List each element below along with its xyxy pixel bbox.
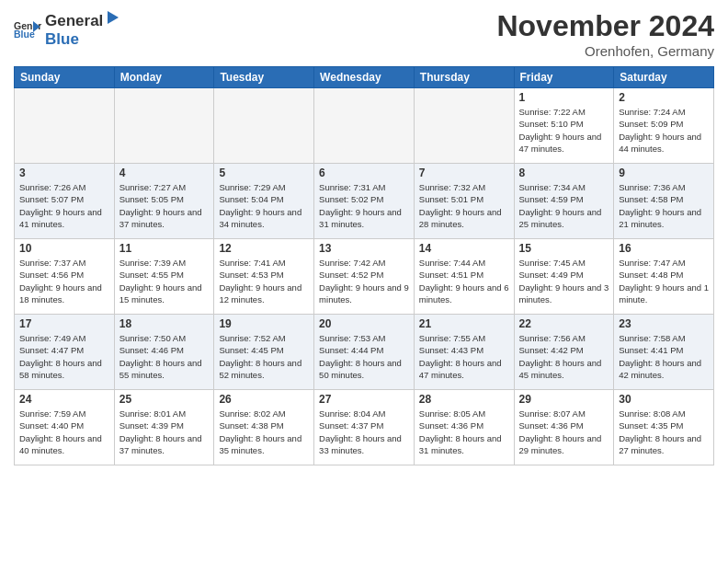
day-number: 16 (619, 242, 709, 255)
day-number: 18 (119, 317, 210, 330)
svg-text:Blue: Blue (14, 29, 35, 40)
day-info: Sunrise: 7:59 AM Sunset: 4:40 PM Dayligh… (19, 408, 109, 456)
calendar-table: Sunday Monday Tuesday Wednesday Thursday… (14, 66, 714, 465)
table-cell: 22Sunrise: 7:56 AM Sunset: 4:42 PM Dayli… (514, 315, 614, 390)
day-number: 4 (119, 167, 210, 179)
day-info: Sunrise: 7:49 AM Sunset: 4:47 PM Dayligh… (19, 332, 109, 381)
week-row-3: 10Sunrise: 7:37 AM Sunset: 4:56 PM Dayli… (15, 239, 714, 315)
day-info: Sunrise: 8:04 AM Sunset: 4:37 PM Dayligh… (319, 408, 409, 456)
day-info: Sunrise: 8:05 AM Sunset: 4:36 PM Dayligh… (419, 408, 509, 456)
day-number: 23 (619, 317, 709, 330)
day-info: Sunrise: 7:41 AM Sunset: 4:53 PM Dayligh… (219, 257, 309, 305)
day-number: 27 (319, 393, 409, 406)
logo-blue: Blue (45, 30, 79, 48)
day-number: 17 (19, 317, 109, 330)
table-cell: 23Sunrise: 7:58 AM Sunset: 4:41 PM Dayli… (614, 315, 714, 390)
table-cell: 10Sunrise: 7:37 AM Sunset: 4:56 PM Dayli… (15, 239, 115, 315)
day-info: Sunrise: 7:42 AM Sunset: 4:52 PM Dayligh… (319, 257, 409, 305)
table-cell: 9Sunrise: 7:36 AM Sunset: 4:58 PM Daylig… (614, 164, 714, 239)
table-cell: 30Sunrise: 8:08 AM Sunset: 4:35 PM Dayli… (614, 390, 714, 465)
table-cell: 4Sunrise: 7:27 AM Sunset: 5:05 PM Daylig… (114, 164, 214, 239)
day-info: Sunrise: 7:45 AM Sunset: 4:49 PM Dayligh… (519, 257, 609, 305)
table-cell: 17Sunrise: 7:49 AM Sunset: 4:47 PM Dayli… (15, 315, 115, 390)
table-cell (214, 88, 314, 164)
day-info: Sunrise: 8:07 AM Sunset: 4:36 PM Dayligh… (519, 408, 609, 456)
day-info: Sunrise: 7:37 AM Sunset: 4:56 PM Dayligh… (19, 257, 109, 305)
header-monday: Monday (114, 67, 214, 88)
table-cell: 29Sunrise: 8:07 AM Sunset: 4:36 PM Dayli… (514, 390, 614, 465)
table-cell: 26Sunrise: 8:02 AM Sunset: 4:38 PM Dayli… (214, 390, 314, 465)
day-number: 1 (519, 91, 609, 104)
header: General Blue General Blue November 2024 … (14, 9, 714, 59)
day-info: Sunrise: 7:27 AM Sunset: 5:05 PM Dayligh… (119, 181, 210, 230)
table-cell: 12Sunrise: 7:41 AM Sunset: 4:53 PM Dayli… (214, 239, 314, 315)
day-number: 21 (419, 317, 509, 330)
table-cell: 16Sunrise: 7:47 AM Sunset: 4:48 PM Dayli… (614, 239, 714, 315)
day-number: 14 (419, 242, 509, 255)
day-number: 7 (419, 167, 509, 179)
table-cell: 13Sunrise: 7:42 AM Sunset: 4:52 PM Dayli… (314, 239, 415, 315)
day-info: Sunrise: 7:39 AM Sunset: 4:55 PM Dayligh… (119, 257, 210, 305)
weekday-header-row: Sunday Monday Tuesday Wednesday Thursday… (15, 67, 714, 88)
table-cell: 11Sunrise: 7:39 AM Sunset: 4:55 PM Dayli… (114, 239, 214, 315)
week-row-1: 1Sunrise: 7:22 AM Sunset: 5:10 PM Daylig… (15, 88, 714, 164)
day-info: Sunrise: 8:08 AM Sunset: 4:35 PM Dayligh… (619, 408, 709, 456)
table-cell: 27Sunrise: 8:04 AM Sunset: 4:37 PM Dayli… (314, 390, 415, 465)
table-cell: 20Sunrise: 7:53 AM Sunset: 4:44 PM Dayli… (314, 315, 415, 390)
table-cell (314, 88, 415, 164)
header-wednesday: Wednesday (314, 67, 415, 88)
table-cell: 18Sunrise: 7:50 AM Sunset: 4:46 PM Dayli… (114, 315, 214, 390)
day-info: Sunrise: 7:47 AM Sunset: 4:48 PM Dayligh… (619, 257, 709, 305)
week-row-5: 24Sunrise: 7:59 AM Sunset: 4:40 PM Dayli… (15, 390, 714, 465)
day-number: 25 (119, 393, 210, 406)
table-cell: 3Sunrise: 7:26 AM Sunset: 5:07 PM Daylig… (15, 164, 115, 239)
day-number: 11 (119, 242, 210, 255)
header-saturday: Saturday (614, 67, 714, 88)
day-number: 9 (619, 167, 709, 179)
day-number: 10 (19, 242, 109, 255)
day-info: Sunrise: 7:34 AM Sunset: 4:59 PM Dayligh… (519, 181, 609, 230)
day-info: Sunrise: 7:29 AM Sunset: 5:04 PM Dayligh… (219, 181, 309, 230)
logo-icon: General Blue (14, 18, 41, 40)
day-number: 15 (519, 242, 609, 255)
day-info: Sunrise: 7:32 AM Sunset: 5:01 PM Dayligh… (419, 181, 509, 230)
day-number: 19 (219, 317, 309, 330)
day-info: Sunrise: 7:36 AM Sunset: 4:58 PM Dayligh… (619, 181, 709, 230)
logo: General Blue General Blue (14, 9, 121, 49)
day-number: 12 (219, 242, 309, 255)
header-tuesday: Tuesday (214, 67, 314, 88)
table-cell: 21Sunrise: 7:55 AM Sunset: 4:43 PM Dayli… (414, 315, 514, 390)
location: Orenhofen, Germany (496, 43, 714, 59)
day-number: 3 (19, 167, 109, 179)
day-number: 6 (319, 167, 409, 179)
table-cell: 8Sunrise: 7:34 AM Sunset: 4:59 PM Daylig… (514, 164, 614, 239)
header-sunday: Sunday (15, 67, 115, 88)
day-info: Sunrise: 8:01 AM Sunset: 4:39 PM Dayligh… (119, 408, 210, 456)
day-number: 26 (219, 393, 309, 406)
table-cell (114, 88, 214, 164)
table-cell: 1Sunrise: 7:22 AM Sunset: 5:10 PM Daylig… (514, 88, 614, 164)
day-number: 30 (619, 393, 709, 406)
header-thursday: Thursday (414, 67, 514, 88)
day-number: 28 (419, 393, 509, 406)
day-info: Sunrise: 7:56 AM Sunset: 4:42 PM Dayligh… (519, 332, 609, 381)
title-block: November 2024 Orenhofen, Germany (496, 9, 714, 59)
day-number: 20 (319, 317, 409, 330)
day-number: 24 (19, 393, 109, 406)
table-cell: 7Sunrise: 7:32 AM Sunset: 5:01 PM Daylig… (414, 164, 514, 239)
logo-triangle-icon (104, 9, 120, 26)
table-cell: 19Sunrise: 7:52 AM Sunset: 4:45 PM Dayli… (214, 315, 314, 390)
table-cell: 15Sunrise: 7:45 AM Sunset: 4:49 PM Dayli… (514, 239, 614, 315)
day-info: Sunrise: 7:58 AM Sunset: 4:41 PM Dayligh… (619, 332, 709, 381)
day-info: Sunrise: 7:22 AM Sunset: 5:10 PM Dayligh… (519, 106, 609, 155)
table-cell (414, 88, 514, 164)
day-number: 5 (219, 167, 309, 179)
day-info: Sunrise: 7:53 AM Sunset: 4:44 PM Dayligh… (319, 332, 409, 381)
day-info: Sunrise: 7:44 AM Sunset: 4:51 PM Dayligh… (419, 257, 509, 305)
table-cell: 24Sunrise: 7:59 AM Sunset: 4:40 PM Dayli… (15, 390, 115, 465)
day-info: Sunrise: 7:52 AM Sunset: 4:45 PM Dayligh… (219, 332, 309, 381)
table-cell: 6Sunrise: 7:31 AM Sunset: 5:02 PM Daylig… (314, 164, 415, 239)
day-info: Sunrise: 7:50 AM Sunset: 4:46 PM Dayligh… (119, 332, 210, 381)
day-info: Sunrise: 7:26 AM Sunset: 5:07 PM Dayligh… (19, 181, 109, 230)
day-number: 2 (619, 91, 709, 104)
